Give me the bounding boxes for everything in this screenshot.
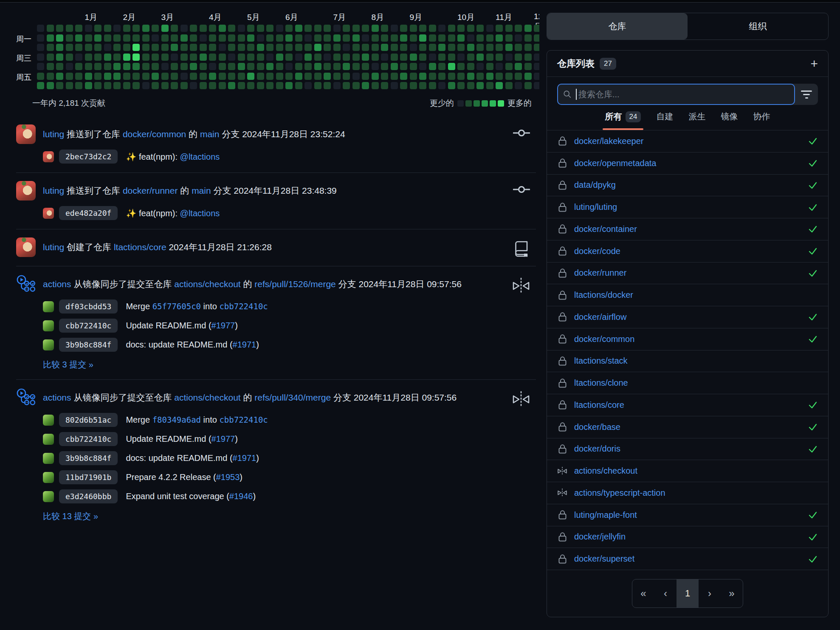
commit-hash-badge[interactable]: e3d2460bbb [59, 489, 118, 503]
tab-organizations[interactable]: 组织 [688, 13, 828, 40]
repo-link[interactable]: docker/common [574, 334, 634, 344]
feed-link[interactable]: docker/common [123, 129, 186, 139]
feed-link[interactable]: @ltactions [180, 209, 220, 218]
feed-link[interactable]: #1971 [233, 453, 257, 463]
commit-hash-badge[interactable]: df03cbdd53 [59, 299, 118, 314]
repo-link[interactable]: docker/lakekeeper [574, 136, 643, 146]
actions-avatar[interactable] [16, 388, 36, 407]
repo-visibility-icon-slot [557, 268, 567, 278]
repo-link[interactable]: docker/doris [574, 444, 620, 454]
repo-link[interactable]: docker/openmetadata [574, 158, 656, 168]
filter-tab[interactable]: 派生 [688, 111, 705, 130]
pagination-current-page[interactable]: 1 [677, 579, 699, 607]
commit-author-avatar[interactable] [43, 415, 54, 426]
commit-hash-badge[interactable]: 3b9b8c884f [59, 451, 118, 465]
commit-author-avatar[interactable] [43, 208, 54, 219]
commit-hash-link[interactable]: f80349a6ad [152, 415, 201, 424]
search-input[interactable] [578, 90, 789, 99]
commit-author-avatar[interactable] [43, 434, 54, 445]
repo-link[interactable]: luting/maple-font [574, 510, 637, 520]
feed-link[interactable]: refs/pull/1526/merge [254, 279, 335, 289]
luting-avatar[interactable] [16, 124, 36, 144]
heatmap-cell [56, 63, 63, 70]
heatmap-cell [534, 34, 539, 42]
commit-author-avatar[interactable] [43, 491, 54, 502]
commit-author-avatar[interactable] [43, 151, 54, 162]
commit-author-avatar[interactable] [43, 453, 54, 464]
pagination-last-button[interactable]: » [721, 579, 743, 607]
repo-link[interactable]: docker/jellyfin [574, 532, 626, 542]
repo-link[interactable]: docker/runner [574, 268, 626, 278]
tab-repositories[interactable]: 仓库 [547, 13, 688, 40]
repo-link[interactable]: actions/checkout [574, 466, 637, 476]
add-repo-button[interactable]: + [810, 57, 818, 70]
feed-link[interactable]: #1977 [211, 434, 235, 444]
feed-link[interactable]: #1977 [211, 321, 235, 330]
heatmap-cell [37, 44, 44, 51]
commit-hash-badge[interactable]: 3b9b8c884f [59, 338, 118, 352]
compare-commits-link[interactable]: 比较 3 提交 » [43, 359, 93, 370]
heatmap-cell [180, 82, 188, 89]
feed-link[interactable]: main [200, 129, 220, 139]
filter-tab[interactable]: 镜像 [721, 111, 738, 130]
actions-avatar[interactable] [16, 274, 36, 294]
feed-link[interactable]: luting [43, 129, 64, 139]
repo-link[interactable]: ltactions/docker [574, 290, 633, 300]
feed-link[interactable]: refs/pull/340/merge [254, 393, 331, 402]
repo-link[interactable]: docker/code [574, 246, 620, 256]
feed-type-icon-slot [512, 277, 530, 296]
pagination-first-button[interactable]: « [632, 579, 654, 607]
luting-avatar[interactable] [16, 237, 36, 257]
repo-link[interactable]: docker/airflow [574, 312, 626, 322]
filter-button[interactable] [795, 84, 818, 105]
commit-author-avatar[interactable] [43, 339, 54, 350]
repo-link[interactable]: actions/typescript-action [574, 488, 665, 498]
repo-link[interactable]: ltactions/stack [574, 356, 628, 366]
feed-link[interactable]: main [192, 186, 211, 195]
commit-hash-link[interactable]: cbb722410c [219, 415, 268, 424]
repo-link[interactable]: data/dpykg [574, 180, 616, 190]
commit-hash-badge[interactable]: 802d6b51ac [59, 413, 118, 427]
commit-hash-link[interactable]: 65f77605c0 [152, 302, 201, 311]
feed-link[interactable]: #1946 [229, 492, 253, 501]
repo-status [808, 334, 818, 344]
feed-link[interactable]: luting [43, 242, 64, 252]
commit-hash-badge[interactable]: cbb722410c [59, 319, 118, 333]
repo-link[interactable]: ltactions/clone [574, 378, 628, 388]
repo-link[interactable]: docker/superset [574, 554, 634, 564]
pagination-prev-button[interactable]: ‹ [654, 579, 677, 607]
feed-link[interactable]: #1971 [233, 340, 257, 349]
feed-link[interactable]: #1953 [216, 472, 240, 482]
feed-link[interactable]: actions [43, 393, 71, 402]
feed-link[interactable]: docker/runner [123, 186, 178, 195]
filter-tab[interactable]: 协作 [753, 111, 770, 130]
feed-link[interactable]: actions/checkout [174, 279, 240, 289]
heatmap-cell [381, 25, 388, 32]
heatmap-cell [171, 73, 178, 80]
pagination-next-button[interactable]: › [699, 579, 721, 607]
repo-link[interactable]: docker/base [574, 422, 620, 432]
repo-link[interactable]: luting/luting [574, 202, 617, 212]
search-box[interactable] [557, 84, 795, 105]
commit-row: 11bd71901b Prepare 4.2.2 Release (#1953) [43, 470, 536, 484]
commit-hash-badge[interactable]: 11bd71901b [59, 470, 118, 484]
commit-author-avatar[interactable] [43, 301, 54, 312]
filter-tab[interactable]: 所有24 [605, 111, 641, 130]
feed-link[interactable]: luting [43, 186, 64, 195]
filter-tab[interactable]: 自建 [656, 111, 673, 130]
repo-link[interactable]: ltactions/core [574, 400, 624, 410]
commit-author-avatar[interactable] [43, 320, 54, 331]
feed-link[interactable]: actions [43, 279, 71, 289]
commit-hash-link[interactable]: cbb722410c [219, 302, 268, 311]
compare-commits-link[interactable]: 比较 13 提交 » [43, 511, 98, 522]
feed-link[interactable]: actions/checkout [174, 393, 240, 402]
commit-hash-badge[interactable]: 2bec73d2c2 [59, 150, 118, 164]
luting-avatar[interactable] [16, 181, 36, 201]
commit-hash-badge[interactable]: cbb722410c [59, 432, 118, 446]
feed-link[interactable]: @ltactions [180, 152, 220, 161]
heatmap-cell [400, 63, 407, 70]
repo-link[interactable]: docker/container [574, 224, 637, 234]
commit-author-avatar[interactable] [43, 472, 54, 483]
commit-hash-badge[interactable]: ede482a20f [59, 206, 118, 220]
feed-link[interactable]: ltactions/core [114, 242, 166, 252]
